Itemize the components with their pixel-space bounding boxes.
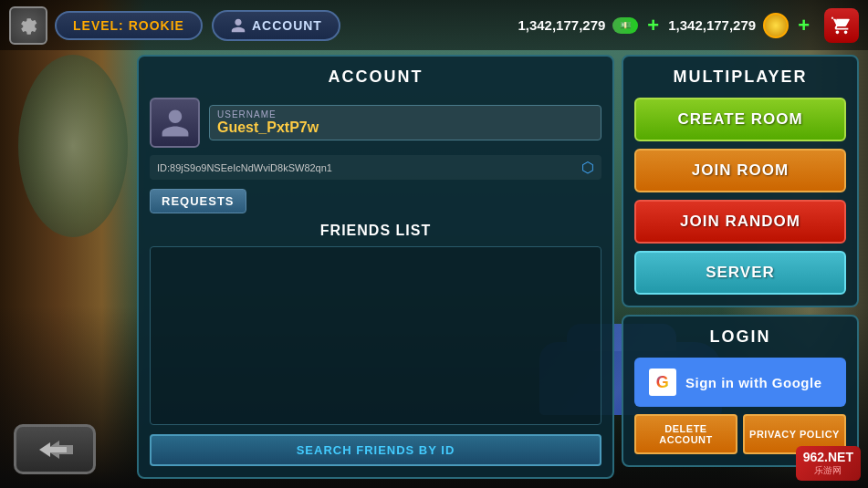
username-label: USERNAME bbox=[217, 109, 593, 119]
shop-cart-button[interactable] bbox=[824, 8, 859, 43]
bg-tunnel bbox=[18, 55, 128, 237]
gold-coin-icon bbox=[763, 13, 789, 38]
level-badge: LEVEL: ROOKIE bbox=[55, 11, 203, 40]
level-value: ROOKIE bbox=[129, 18, 184, 33]
back-button[interactable] bbox=[14, 424, 96, 474]
avatar bbox=[150, 98, 200, 148]
currency-area: 1,342,177,279 💵 + 1,342,177,279 + bbox=[518, 8, 859, 43]
username-box: USERNAME Guest_PxtP7w bbox=[209, 105, 601, 140]
google-icon: G bbox=[649, 369, 676, 396]
friends-list-title: FRIENDS LIST bbox=[150, 223, 601, 239]
search-friends-button[interactable]: SEARCH FRIENDS BY ID bbox=[150, 434, 601, 466]
join-random-button[interactable]: JOIN RANDOM bbox=[634, 200, 846, 244]
username-value: Guest_PxtP7w bbox=[217, 119, 593, 136]
currency2-value: 1,342,177,279 bbox=[668, 17, 756, 33]
requests-button[interactable]: REQUESTS bbox=[150, 189, 246, 213]
login-title: LOGIN bbox=[634, 327, 846, 347]
currency1-value: 1,342,177,279 bbox=[518, 17, 605, 33]
google-g-letter: G bbox=[656, 373, 670, 392]
share-icon[interactable]: ⬡ bbox=[581, 159, 594, 176]
login-panel: LOGIN G Sign in with Google DELETE ACCOU… bbox=[622, 315, 859, 467]
friends-list-area bbox=[150, 246, 601, 425]
main-panels: ACCOUNT USERNAME Guest_PxtP7w ID:89jS9o9… bbox=[137, 55, 859, 479]
delete-account-button[interactable]: DELETE ACCOUNT bbox=[634, 414, 737, 454]
add-currency2-button[interactable]: + bbox=[798, 14, 810, 37]
account-panel-title: ACCOUNT bbox=[150, 67, 601, 87]
header-bar: LEVEL: ROOKIE ACCOUNT 1,342,177,279 💵 + … bbox=[0, 0, 868, 50]
multiplayer-panel: MULTIPLAYER CREATE ROOM JOIN ROOM JOIN R… bbox=[622, 55, 859, 307]
level-label: LEVEL: bbox=[73, 18, 124, 33]
google-signin-label: Sign in with Google bbox=[685, 375, 822, 390]
right-panel: MULTIPLAYER CREATE ROOM JOIN ROOM JOIN R… bbox=[622, 55, 859, 479]
watermark-sub: 乐游网 bbox=[803, 464, 853, 477]
settings-button[interactable] bbox=[9, 6, 47, 45]
google-signin-button[interactable]: G Sign in with Google bbox=[634, 358, 846, 407]
create-room-button[interactable]: CREATE ROOM bbox=[634, 98, 846, 141]
account-panel: ACCOUNT USERNAME Guest_PxtP7w ID:89jS9o9… bbox=[137, 55, 614, 479]
green-coin-icon: 💵 bbox=[612, 17, 638, 34]
add-currency1-button[interactable]: + bbox=[647, 14, 659, 37]
server-button[interactable]: SERVER bbox=[634, 251, 846, 295]
account-header-label: ACCOUNT bbox=[252, 18, 322, 33]
watermark: 962.NET 乐游网 bbox=[796, 446, 861, 481]
user-id-text: ID:89jS9o9NSEeIcNdWviD8kSW82qn1 bbox=[157, 162, 576, 173]
id-row: ID:89jS9o9NSEeIcNdWviD8kSW82qn1 ⬡ bbox=[150, 155, 601, 180]
user-info-row: USERNAME Guest_PxtP7w bbox=[150, 98, 601, 148]
multiplayer-title: MULTIPLAYER bbox=[634, 67, 846, 87]
join-room-button[interactable]: JOIN ROOM bbox=[634, 149, 846, 192]
watermark-main: 962.NET bbox=[803, 450, 853, 464]
account-header-button[interactable]: ACCOUNT bbox=[212, 10, 340, 41]
